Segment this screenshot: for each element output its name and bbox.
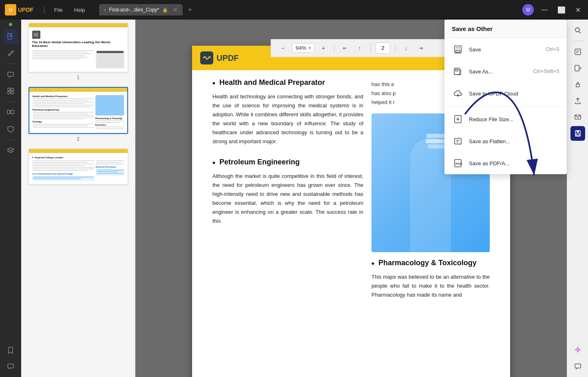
svg-rect-8 (7, 110, 10, 114)
status-dot (9, 23, 12, 26)
save-divider-1 (444, 106, 567, 106)
maximize-button[interactable]: ⬜ (555, 4, 568, 16)
svg-rect-26 (455, 138, 461, 144)
tab-bar: ▾ Find-and-...dies_Copy* 🔒 ✕ + (99, 4, 196, 16)
right-btn-convert[interactable] (570, 61, 585, 75)
sidebar-icon-chat[interactable] (3, 359, 18, 374)
save-option-reduce[interactable]: Reduce File Size... (444, 108, 567, 130)
save-option-save-as[interactable]: Save As... Ctrl+Shift+S (444, 60, 567, 82)
thumb-top-bar-1 (29, 23, 128, 27)
save-shortcut: Ctrl+S (546, 47, 559, 52)
right-btn-protect[interactable] (570, 77, 585, 92)
tab-lock-icon: 🔒 (162, 7, 168, 13)
svg-rect-24 (455, 69, 458, 71)
tab-add-button[interactable]: + (184, 4, 196, 16)
sidebar-divider-2 (5, 102, 16, 102)
thumbnail-3[interactable]: 7. Imperial College London List of Schol… (24, 149, 132, 184)
app-logo: U UPDF (5, 4, 33, 16)
thumb-img-1: 02 The 10 Best Global Universities Leadi… (29, 23, 128, 72)
thumb-num-badge-1: 02 (32, 31, 40, 39)
save-option-flatten[interactable]: Save as Flatten... (444, 130, 567, 152)
nav-next-button[interactable]: ↓ (400, 42, 412, 54)
section-health: • Health and Medical Preparator Health a… (212, 78, 363, 146)
thumbnail-panel[interactable]: 02 The 10 Best Global Universities Leadi… (21, 20, 135, 377)
title-bar-right: U — ⬜ ✕ (522, 4, 583, 16)
sidebar-icon-protect[interactable] (3, 122, 18, 136)
sidebar-icon-organize[interactable] (3, 84, 18, 98)
right-btn-save-active[interactable] (570, 126, 585, 141)
bullet-dot-3: • (371, 259, 374, 268)
thumb-label-2: 2 (24, 136, 132, 142)
svg-rect-10 (8, 364, 13, 368)
flatten-icon (452, 135, 464, 147)
menu-help[interactable]: Help (70, 5, 89, 15)
zoom-dropdown-icon[interactable]: ▾ (309, 46, 311, 50)
svg-text:PDF/A: PDF/A (455, 162, 462, 166)
app-name: UPDF (18, 7, 33, 13)
sidebar-divider-3 (5, 140, 16, 140)
sidebar-icon-edit[interactable] (3, 46, 18, 60)
svg-rect-17 (577, 131, 579, 133)
zoom-in-button[interactable]: + (318, 42, 329, 54)
save-option-pdfa[interactable]: PDF/A Save as PDF/A... (444, 152, 567, 174)
section-pharm-body: This major was believed to be an alterna… (371, 273, 490, 299)
tab-active[interactable]: ▾ Find-and-...dies_Copy* 🔒 ✕ (99, 4, 183, 16)
nav-last-button[interactable]: ⇥ (415, 42, 427, 54)
sidebar-icon-layers[interactable] (3, 143, 18, 158)
reduce-label: Reduce File Size... (469, 116, 559, 122)
thumb-img-2: Health and Medical Preparator Petroleum … (29, 87, 128, 134)
right-btn-chat[interactable] (570, 359, 585, 374)
right-toolbar (567, 20, 588, 377)
tab-close-icon[interactable]: ✕ (173, 7, 178, 13)
title-bar: U UPDF | File Help ▾ Find-and-...dies_Co… (0, 0, 588, 20)
pdf-logo-icon (200, 51, 213, 64)
sidebar-icon-bookmark[interactable] (3, 343, 18, 357)
cloud-icon (452, 87, 464, 100)
save-option-save[interactable]: Save Ctrl+S (444, 38, 567, 60)
svg-rect-6 (8, 91, 10, 94)
thumb-top-bar-3 (29, 149, 128, 153)
menu-file[interactable]: File (50, 5, 67, 15)
sidebar-icon-merge[interactable] (3, 105, 18, 120)
thumb-body-1 (32, 50, 124, 69)
section-health-title: • Health and Medical Preparator (212, 78, 363, 88)
right-btn-ai[interactable] (570, 343, 585, 357)
right-btn-share[interactable] (570, 93, 585, 108)
sidebar-icon-comment[interactable] (3, 67, 18, 82)
svg-rect-5 (11, 88, 13, 91)
pdf-logo-text: UPDF (217, 53, 239, 63)
right-btn-ocr[interactable] (570, 44, 585, 59)
save-panel-title: Save as Other (444, 20, 567, 38)
zoom-out-button[interactable]: − (277, 42, 289, 54)
minimize-button[interactable]: — (539, 4, 550, 15)
section-petroleum: • Petroleum Engineering Although the mar… (212, 158, 363, 226)
toolbar-sep-2 (370, 43, 371, 53)
section-health-body: Health and technology are connecting wit… (212, 92, 363, 146)
section-petroleum-body: Although the market is quite competitive… (212, 172, 363, 226)
tab-dropdown-icon: ▾ (104, 8, 106, 12)
svg-rect-1 (9, 35, 11, 35)
close-button[interactable]: ✕ (573, 4, 583, 16)
reduce-icon (452, 113, 464, 125)
pdfa-label: Save as PDF/A... (469, 160, 559, 166)
right-btn-search[interactable] (570, 23, 585, 38)
nav-first-button[interactable]: ⇤ (339, 42, 351, 54)
flatten-label: Save as Flatten... (469, 138, 559, 144)
bullet-dot-1: • (212, 79, 215, 88)
save-option-cloud[interactable]: Save to UPDF Cloud (444, 82, 567, 104)
thumb-img-3: 7. Imperial College London List of Schol… (29, 149, 128, 184)
page-number-input[interactable] (376, 42, 390, 54)
nav-prev-button[interactable]: ↑ (354, 42, 365, 54)
svg-rect-12 (575, 49, 581, 55)
svg-rect-14 (576, 84, 579, 87)
svg-rect-19 (575, 364, 581, 368)
sidebar-icon-pages[interactable] (3, 29, 18, 44)
right-divider-1 (572, 41, 584, 41)
thumb-content-1: 02 The 10 Best Global Universities Leadi… (29, 27, 128, 72)
right-btn-email[interactable] (570, 110, 585, 124)
thumbnail-2[interactable]: Health and Medical Preparator Petroleum … (24, 87, 132, 142)
thumbnail-1[interactable]: 02 The 10 Best Global Universities Leadi… (24, 23, 132, 80)
pdf-logo: UPDF (200, 51, 239, 64)
user-avatar[interactable]: U (522, 4, 534, 16)
tab-name: Find-and-...dies_Copy* (109, 7, 159, 13)
